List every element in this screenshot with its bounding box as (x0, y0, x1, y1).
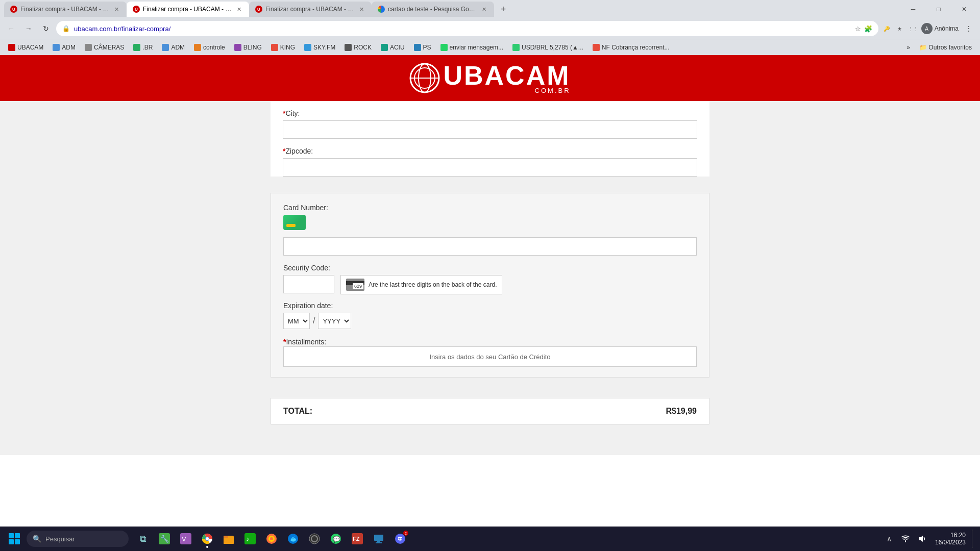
minimize-button[interactable]: ─ (901, 0, 925, 18)
bookmark-favicon-controle (194, 44, 201, 51)
music-icon: ♪ (244, 533, 256, 544)
profile-avatar: A (921, 23, 933, 34)
lock-icon: 🔒 (62, 25, 70, 32)
installments-placeholder-text: Insira os dados do seu Cartão de Crédito (429, 353, 550, 361)
profile-name: Anônima (935, 25, 959, 32)
close-button[interactable]: ✕ (952, 0, 976, 18)
tab-close-1[interactable]: ✕ (112, 5, 120, 13)
new-tab-button[interactable]: + (496, 2, 510, 16)
taskbar-app-monitor[interactable] (369, 529, 389, 549)
back-button[interactable]: ← (4, 21, 18, 36)
bookmarks-more-button[interactable]: » (902, 42, 914, 53)
profile-button[interactable]: A Anônima (921, 23, 959, 34)
svg-text:♪: ♪ (246, 535, 250, 543)
bookmark-adm1[interactable]: ADM (48, 42, 80, 53)
start-button[interactable] (4, 529, 24, 549)
bookmark-ps[interactable]: PS (410, 42, 435, 53)
clock-date: 16/04/2023 (935, 539, 966, 546)
volume-icon[interactable] (915, 532, 929, 546)
browser-tab-1[interactable]: U Finalizar compra - UBACAM - CÂ... ✕ (4, 2, 127, 17)
monitor-icon (373, 533, 384, 544)
browser-tab-3[interactable]: U Finalizar compra - UBACAM - CÂ... ✕ (249, 2, 372, 17)
address-icons: ☆ 🧩 (855, 25, 872, 33)
bookmark-favicon-bling (234, 44, 241, 51)
security-tooltip: Are the last three digits on the back of… (340, 275, 502, 294)
whatsapp-icon: 💬 (330, 533, 341, 544)
taskbar-app-whatsapp[interactable]: 💬 (326, 529, 346, 549)
ext-bookmark-icon[interactable]: ★ (895, 23, 905, 34)
taskbar-app-files[interactable] (218, 529, 239, 549)
window-controls: ─ □ ✕ (901, 0, 976, 18)
expiry-month-select[interactable]: MM 01 02 03 04 05 06 07 08 09 10 (283, 313, 310, 329)
bookmark-ubacam[interactable]: UBACAM (4, 42, 47, 53)
taskbar-app-tools[interactable]: 🔧 (154, 529, 175, 549)
bookmark-br[interactable]: .BR (129, 42, 157, 53)
expiry-year-select[interactable]: YYYY 2023 2024 2025 2026 2027 2028 2029 … (318, 313, 351, 329)
bookmark-label-rock: ROCK (354, 44, 372, 51)
bookmark-label-nf: NF Cobrança recorrent... (602, 44, 670, 51)
chevron-up-icon[interactable]: ∧ (882, 532, 896, 546)
svg-marker-32 (919, 536, 923, 542)
tab-title-3: Finalizar compra - UBACAM - CÂ... (265, 6, 354, 13)
taskbar-app-firefox[interactable] (261, 529, 282, 549)
tab-close-4[interactable]: ✕ (480, 5, 488, 13)
taskbar-app-circle[interactable] (304, 529, 325, 549)
bookmark-nf[interactable]: NF Cobrança recorrent... (589, 42, 674, 53)
bookmark-label-ubacam: UBACAM (17, 44, 43, 51)
bookmark-outros[interactable]: 📁 Outros favoritos (915, 42, 976, 53)
card-number-input[interactable] (283, 237, 697, 256)
total-value: R$19,99 (666, 407, 697, 416)
card-number-label: Card Number: (283, 204, 697, 212)
taskbar-app-chrome[interactable] (197, 529, 217, 549)
expiry-separator: / (313, 316, 315, 325)
show-desktop-button[interactable] (972, 530, 976, 548)
ext-key-icon[interactable]: 🔑 (881, 23, 892, 34)
bookmark-king[interactable]: KING (267, 42, 299, 53)
taskview-button[interactable]: ⧉ (133, 529, 153, 549)
menu-button[interactable]: ⋮ (962, 21, 976, 36)
maximize-button[interactable]: □ (927, 0, 950, 18)
taskbar-app-purple[interactable]: V (176, 529, 196, 549)
system-clock[interactable]: 16:20 16/04/2023 (931, 532, 970, 546)
taskbar-app-ftp[interactable]: FZ (347, 529, 368, 549)
city-input[interactable] (283, 120, 697, 139)
bookmark-aciu[interactable]: ACIU (377, 42, 409, 53)
bookmark-label-outros: 📁 Outros favoritos (919, 44, 972, 51)
network-icon[interactable] (898, 532, 913, 546)
section-spacer (271, 185, 709, 193)
ext-grid-icon[interactable]: ⋮⋮ (908, 23, 918, 34)
extension-icon[interactable]: 🧩 (864, 25, 872, 33)
star-icon[interactable]: ☆ (855, 25, 861, 33)
taskbar-app-discord[interactable]: 2 (390, 529, 410, 549)
browser-tab-4[interactable]: cartao de teste - Pesquisa Goog... ✕ (372, 2, 494, 17)
taskbar: 🔍 Pesquisar ⧉ 🔧 V (0, 527, 980, 551)
wifi-icon (901, 535, 910, 543)
address-bar[interactable]: 🔒 ubacam.com.br/finalizar-compra/ ☆ 🧩 (56, 21, 878, 36)
bookmark-adm2[interactable]: ADM (158, 42, 189, 53)
address-fields-section: *City: *Zipcode: (271, 101, 709, 177)
browser-tab-2[interactable]: U Finalizar compra - UBACAM - CÂ... ✕ (127, 2, 249, 17)
tab-close-3[interactable]: ✕ (357, 5, 365, 13)
bookmark-bling[interactable]: BLING (230, 42, 266, 53)
zipcode-input[interactable] (283, 158, 697, 177)
total-label: TOTAL: (283, 407, 312, 416)
circle-app-icon (309, 533, 320, 544)
bookmark-favicon-nf (593, 44, 600, 51)
logo-icon (409, 63, 440, 93)
taskbar-search[interactable]: 🔍 Pesquisar (27, 531, 129, 547)
svg-rect-28 (376, 542, 382, 543)
search-icon: 🔍 (33, 535, 41, 543)
tab-close-2[interactable]: ✕ (235, 5, 243, 13)
forward-button[interactable]: → (21, 21, 36, 36)
bookmark-rock[interactable]: ROCK (340, 42, 376, 53)
bookmark-enviar[interactable]: enviar mensagem... (436, 42, 507, 53)
bookmark-usd[interactable]: USD/BRL 5,2785 (▲... (508, 42, 587, 53)
bookmark-skyfm[interactable]: SKY.FM (300, 42, 339, 53)
taskbar-app-edge[interactable] (283, 529, 303, 549)
tab-title-2: Finalizar compra - UBACAM - CÂ... (143, 6, 232, 13)
security-code-input[interactable] (283, 275, 334, 293)
bookmark-controle[interactable]: controle (190, 42, 229, 53)
bookmark-cameras[interactable]: CÂMERAS (81, 42, 128, 53)
reload-button[interactable]: ↻ (39, 21, 53, 36)
taskbar-app-music[interactable]: ♪ (240, 529, 260, 549)
